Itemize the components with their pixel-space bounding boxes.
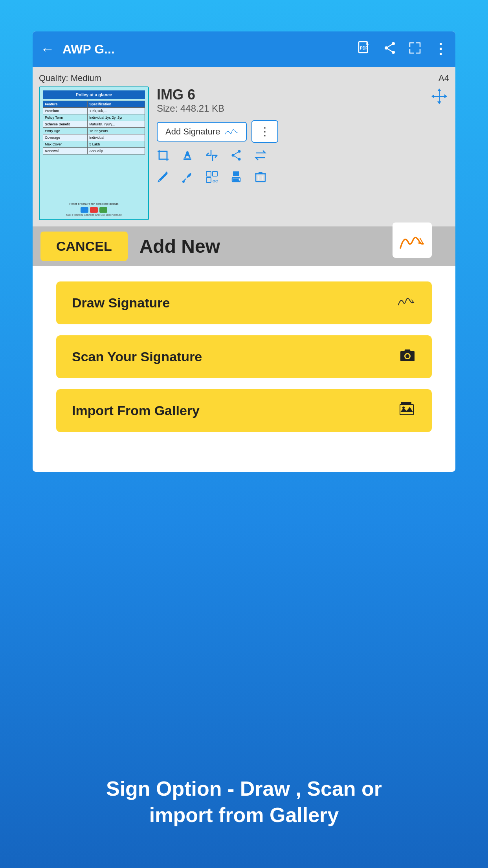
draw-signature-label: Draw Signature xyxy=(72,295,170,311)
top-bar-icons: PDF xyxy=(357,41,448,58)
gallery-icon xyxy=(399,401,416,420)
scan-signature-label: Scan Your Signature xyxy=(72,349,202,364)
swap-icon[interactable] xyxy=(254,149,267,164)
delete-icon[interactable] xyxy=(254,171,267,186)
app-title: AWP G... xyxy=(62,42,349,57)
edit-icon[interactable] xyxy=(157,171,169,186)
top-bar: ← AWP G... PDF xyxy=(33,31,455,67)
share2-icon[interactable] xyxy=(230,149,242,164)
svg-text:OCR: OCR xyxy=(213,179,218,183)
scan-signature-button[interactable]: Scan Your Signature xyxy=(56,335,432,378)
overlay-area: CANCEL Add New xyxy=(33,226,455,266)
toolbar-row-1 xyxy=(157,149,449,164)
doc-size: Size: 448.21 KB xyxy=(157,103,224,114)
app-container: ← AWP G... PDF xyxy=(33,31,455,472)
draw-signature-button[interactable]: Draw Signature xyxy=(56,281,432,324)
doc-name: IMG 6 xyxy=(157,86,224,103)
svg-line-5 xyxy=(386,44,393,48)
doc-viewer: Quality: Medium A4 Policy at a glance Fe… xyxy=(33,67,455,226)
back-button[interactable]: ← xyxy=(40,41,55,57)
import-gallery-button[interactable]: Import From Gallery xyxy=(56,389,432,432)
doc-content: Policy at a glance FeatureSpecification … xyxy=(39,86,449,220)
toolbar-row-2: OCR xyxy=(157,171,449,186)
camera-icon xyxy=(399,347,416,366)
svg-rect-25 xyxy=(259,172,262,174)
doc-thumbnail: Policy at a glance FeatureSpecification … xyxy=(39,86,149,220)
svg-line-13 xyxy=(233,155,239,159)
crop-icon[interactable] xyxy=(157,149,169,164)
compress-icon[interactable] xyxy=(205,149,218,164)
svg-line-12 xyxy=(233,151,239,155)
bottom-description: Sign Option - Draw , Scan or import from… xyxy=(0,776,488,829)
svg-rect-20 xyxy=(233,171,239,176)
page-size-label: A4 xyxy=(438,73,449,83)
svg-rect-7 xyxy=(159,151,167,159)
menu-icon[interactable]: ⋮ xyxy=(433,41,448,57)
ocr-icon[interactable]: OCR xyxy=(205,171,218,186)
pdf-icon[interactable]: PDF xyxy=(357,41,371,58)
doc-info: IMG 6 Size: 448.21 KB Add Signature xyxy=(157,86,449,220)
add-signature-label: Add Signature xyxy=(165,127,220,137)
svg-rect-23 xyxy=(256,174,265,182)
doc-actions-row: Add Signature ⋮ xyxy=(157,120,449,143)
print-icon[interactable] xyxy=(230,171,242,186)
expand-icon[interactable] xyxy=(408,41,422,57)
bottom-sheet: Draw Signature Scan Your Signature Impor… xyxy=(33,266,455,448)
share-icon[interactable] xyxy=(383,41,396,57)
svg-point-14 xyxy=(182,180,185,183)
svg-rect-16 xyxy=(213,171,217,176)
svg-rect-17 xyxy=(206,178,211,182)
svg-point-33 xyxy=(402,406,405,409)
svg-point-22 xyxy=(239,179,240,180)
cancel-button[interactable]: CANCEL xyxy=(40,232,128,261)
more-options-button[interactable]: ⋮ xyxy=(251,120,278,143)
quality-label: Quality: Medium xyxy=(39,73,101,83)
svg-rect-15 xyxy=(206,171,211,176)
move-icon[interactable] xyxy=(429,86,449,109)
highlight-icon[interactable] xyxy=(181,149,194,164)
svg-point-29 xyxy=(405,354,409,358)
svg-rect-8 xyxy=(183,158,191,160)
svg-text:PDF: PDF xyxy=(360,46,368,50)
brush-icon[interactable] xyxy=(181,171,194,186)
floating-signature xyxy=(393,223,432,258)
add-new-label: Add New xyxy=(139,235,220,257)
import-gallery-label: Import From Gallery xyxy=(72,403,200,418)
svg-rect-21 xyxy=(233,178,239,181)
draw-icon xyxy=(396,293,416,313)
svg-line-6 xyxy=(386,48,393,52)
svg-rect-31 xyxy=(401,402,411,404)
add-signature-button[interactable]: Add Signature xyxy=(157,122,247,142)
